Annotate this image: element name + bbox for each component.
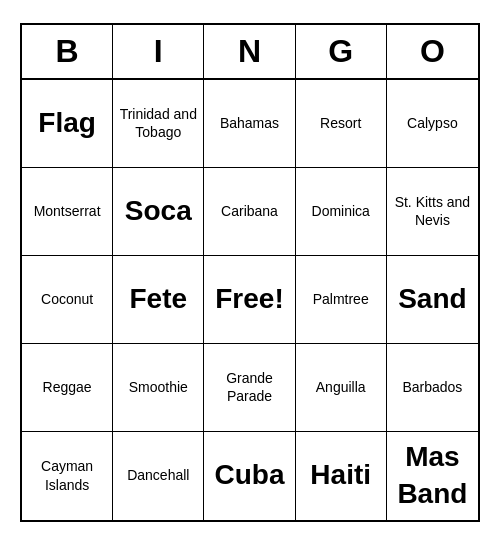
bingo-cell-0: Flag xyxy=(22,80,113,168)
header-letter-b: B xyxy=(22,25,113,78)
bingo-cell-8: Dominica xyxy=(296,168,387,256)
bingo-cell-4: Calypso xyxy=(387,80,478,168)
bingo-cell-14: Sand xyxy=(387,256,478,344)
bingo-cell-5: Montserrat xyxy=(22,168,113,256)
bingo-cell-21: Dancehall xyxy=(113,432,204,520)
header-letter-i: I xyxy=(113,25,204,78)
bingo-cell-3: Resort xyxy=(296,80,387,168)
bingo-cell-17: Grande Parade xyxy=(204,344,295,432)
bingo-cell-16: Smoothie xyxy=(113,344,204,432)
bingo-cell-15: Reggae xyxy=(22,344,113,432)
header-letter-n: N xyxy=(204,25,295,78)
bingo-cell-19: Barbados xyxy=(387,344,478,432)
bingo-cell-7: Caribana xyxy=(204,168,295,256)
bingo-cell-23: Haiti xyxy=(296,432,387,520)
bingo-grid: FlagTrinidad and TobagoBahamasResortCaly… xyxy=(22,80,478,520)
header-letter-o: O xyxy=(387,25,478,78)
bingo-cell-22: Cuba xyxy=(204,432,295,520)
bingo-cell-10: Coconut xyxy=(22,256,113,344)
bingo-cell-6: Soca xyxy=(113,168,204,256)
bingo-header: BINGO xyxy=(22,25,478,80)
header-letter-g: G xyxy=(296,25,387,78)
bingo-cell-2: Bahamas xyxy=(204,80,295,168)
bingo-cell-1: Trinidad and Tobago xyxy=(113,80,204,168)
bingo-cell-9: St. Kitts and Nevis xyxy=(387,168,478,256)
bingo-cell-11: Fete xyxy=(113,256,204,344)
bingo-cell-20: Cayman Islands xyxy=(22,432,113,520)
bingo-card: BINGO FlagTrinidad and TobagoBahamasReso… xyxy=(20,23,480,522)
bingo-cell-24: Mas Band xyxy=(387,432,478,520)
bingo-cell-18: Anguilla xyxy=(296,344,387,432)
bingo-cell-13: Palmtree xyxy=(296,256,387,344)
bingo-cell-12: Free! xyxy=(204,256,295,344)
